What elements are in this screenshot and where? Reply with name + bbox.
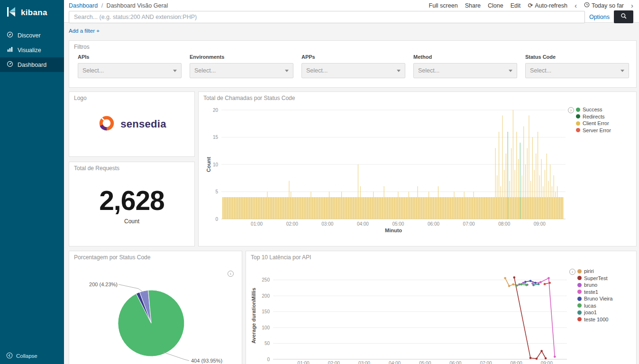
filter-label: Method — [413, 54, 517, 60]
clock-icon — [584, 2, 590, 9]
filter-col-apis: APIs Select... — [78, 54, 182, 78]
legend-dot — [577, 303, 582, 308]
legend-dot — [577, 283, 582, 287]
search-icon — [621, 13, 627, 21]
legend-item[interactable]: SuperTest — [577, 275, 612, 281]
legend-item[interactable]: Bruno Vieira — [577, 296, 612, 301]
search-input[interactable] — [69, 11, 585, 23]
panel-total-requests: Total de Requests 2,628 Count — [69, 162, 195, 246]
dashboard-content: Add a filter + Filtros APIs Select... En… — [64, 23, 639, 364]
chevron-down-icon — [285, 70, 289, 72]
legend-item[interactable]: Success — [576, 107, 611, 112]
apps-select[interactable]: Select... — [301, 63, 405, 78]
full-screen-button[interactable]: Full screen — [429, 2, 458, 9]
line-series — [514, 277, 546, 358]
panel-title: Logo — [74, 95, 87, 101]
legend-dot — [577, 310, 582, 315]
search-button[interactable] — [614, 10, 633, 23]
legend-dot — [577, 290, 582, 294]
breadcrumb-dashboard-link[interactable]: Dashboard — [69, 2, 98, 9]
svg-text:01:00: 01:00 — [251, 221, 263, 227]
svg-text:Count: Count — [206, 157, 211, 172]
chevron-down-icon — [509, 70, 512, 72]
panel-title: Filtros — [74, 44, 90, 50]
brand-text: kibana — [21, 8, 47, 18]
panel-title: Porcentagem por Status Code — [74, 254, 150, 261]
time-next-button[interactable]: › — [631, 2, 633, 9]
gauge-icon — [7, 61, 13, 69]
status-code-select[interactable]: Select... — [525, 63, 629, 78]
sidebar: kibana Discover Visualize Dashboard — [0, 0, 64, 364]
legend-item[interactable]: bruno — [577, 282, 612, 288]
sensedia-logo: sensedia — [69, 92, 194, 156]
total-requests-value: 2,628 — [69, 185, 194, 216]
sidebar-item-visualize[interactable]: Visualize — [0, 43, 64, 57]
svg-text:150: 150 — [262, 309, 270, 314]
pie-label-404: 404 (93.95%) — [191, 358, 222, 364]
collapse-label: Collapse — [16, 353, 37, 359]
svg-text:02:00: 02:00 — [286, 221, 298, 227]
panel-title: Total de Chamadas por Status Code — [203, 95, 295, 101]
legend-item[interactable]: piriri — [577, 268, 612, 274]
sidebar-item-label: Discover — [18, 32, 41, 39]
apis-select[interactable]: Select... — [78, 63, 182, 78]
panel-title: Top 10 Latência por API — [251, 254, 311, 261]
svg-text:0: 0 — [267, 357, 270, 362]
clone-button[interactable]: Clone — [488, 2, 503, 9]
legend-dot — [577, 297, 582, 301]
share-button[interactable]: Share — [465, 2, 481, 9]
search-options-link[interactable]: Options — [589, 14, 610, 20]
legend-item[interactable]: Server Error — [576, 127, 611, 133]
svg-text:08:00: 08:00 — [511, 361, 522, 364]
filter-col-status-code: Status Code Select... — [525, 54, 629, 78]
svg-text:08:00: 08:00 — [498, 221, 510, 227]
legend-item[interactable]: lucas — [577, 303, 612, 309]
legend-item[interactable]: teste 1000 — [577, 317, 612, 322]
method-select[interactable]: Select... — [413, 63, 517, 78]
svg-text:05:00: 05:00 — [392, 221, 404, 227]
svg-text:09:00: 09:00 — [534, 221, 546, 227]
time-range-button[interactable]: Today so far — [584, 2, 624, 9]
breadcrumb: Dashboard / Dashboard Visão Geral — [69, 2, 168, 9]
add-filter-link[interactable]: Add a filter + — [69, 28, 100, 34]
panel-title: Total de Requests — [74, 165, 119, 172]
svg-text:02:00: 02:00 — [328, 361, 340, 364]
pie-label-200: 200 (4.23%) — [89, 282, 118, 287]
legend-toggle-icon[interactable]: › — [569, 269, 575, 275]
bar-chart-legend: › SuccessRedirectsClient ErrorServer Err… — [568, 107, 611, 134]
svg-text:06:00: 06:00 — [449, 361, 461, 364]
bar-chart-icon — [7, 46, 13, 54]
top-actions: Full screen Share Clone Edit ⟳ Auto-refr… — [429, 2, 634, 9]
line-chart-legend: › piririSuperTestbrunoteste1Bruno Vieira… — [569, 268, 612, 323]
sidebar-collapse-button[interactable]: Collapse — [6, 352, 37, 360]
svg-text:09:00: 09:00 — [541, 361, 553, 364]
legend-dot — [577, 317, 582, 321]
bar-plot: 0510152001:0002:0003:0004:0005:0006:0007… — [206, 108, 566, 234]
svg-text:06:00: 06:00 — [428, 221, 439, 227]
svg-text:01:00: 01:00 — [298, 361, 310, 364]
sidebar-item-dashboard[interactable]: Dashboard — [0, 57, 64, 72]
environments-select[interactable]: Select... — [190, 63, 293, 78]
svg-text:20: 20 — [213, 108, 219, 113]
legend-toggle-icon[interactable]: › — [568, 107, 574, 113]
refresh-icon: ⟳ — [528, 2, 533, 9]
pie-slice — [118, 290, 184, 356]
panel-filtros: Filtros APIs Select... Environments Sele… — [69, 40, 637, 88]
sidebar-item-discover[interactable]: Discover — [0, 28, 64, 43]
sidebar-item-label: Visualize — [18, 47, 41, 54]
legend-item[interactable]: teste1 — [577, 289, 612, 295]
svg-text:03:00: 03:00 — [358, 361, 370, 364]
svg-text:200: 200 — [262, 293, 270, 299]
pie-chart: 200 (4.23%)404 (93.95%) — [69, 251, 243, 364]
svg-text:Minuto: Minuto — [385, 228, 402, 233]
edit-button[interactable]: Edit — [511, 2, 521, 9]
auto-refresh-button[interactable]: ⟳ Auto-refresh — [528, 2, 567, 9]
time-prev-button[interactable]: ‹ — [575, 2, 577, 9]
legend-toggle-icon[interactable]: ‹ — [228, 271, 234, 277]
legend-item[interactable]: Client Error — [576, 120, 611, 126]
filter-label: Environments — [190, 54, 293, 60]
legend-dot — [577, 276, 582, 280]
legend-item[interactable]: Redirects — [576, 114, 611, 119]
svg-text:04:00: 04:00 — [389, 361, 401, 364]
legend-item[interactable]: joao1 — [577, 309, 612, 315]
